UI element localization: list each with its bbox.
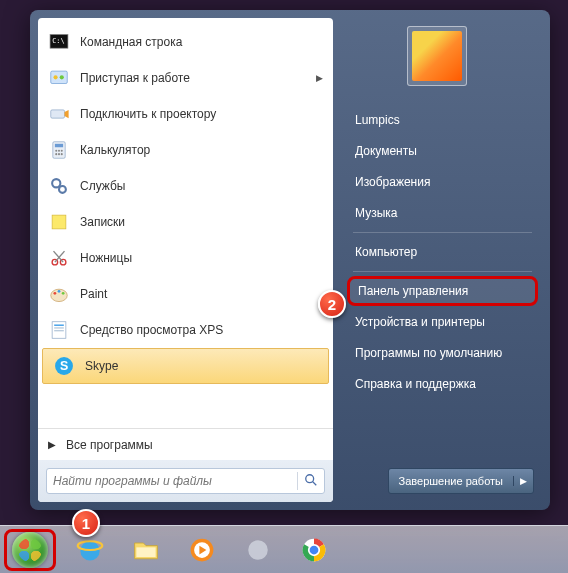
media-player-icon [188,536,216,564]
shutdown-options-arrow[interactable]: ▶ [513,476,533,486]
annotation-badge-2: 2 [318,290,346,318]
right-pane-item-label: Компьютер [355,245,417,259]
svg-point-24 [62,292,65,295]
taskbar-item-explorer[interactable] [120,531,172,569]
right-pane-item[interactable]: Компьютер [347,237,538,267]
right-pane-item[interactable]: Документы [347,136,538,166]
user-picture [412,31,462,81]
cmd-icon: C:\ [46,29,72,55]
app-item-label: Skype [85,359,118,373]
submenu-arrow-icon: ▶ [316,73,323,83]
calc-icon [46,137,72,163]
svg-text:S: S [60,359,68,373]
svg-point-14 [52,179,60,187]
svg-rect-2 [51,71,68,83]
svg-point-15 [59,186,66,193]
svg-point-4 [60,75,64,79]
right-pane-item-label: Панель управления [358,284,468,298]
search-input[interactable] [53,474,291,488]
right-pane-item-label: Устройства и принтеры [355,315,485,329]
menu-separator [353,271,532,272]
app-item-paint[interactable]: Paint [38,276,333,312]
svg-point-12 [58,153,60,155]
right-pane-item[interactable]: Справка и поддержка [347,369,538,399]
search-icon[interactable] [304,473,318,490]
svg-point-22 [54,292,57,295]
shutdown-button[interactable]: Завершение работы ▶ [388,468,534,494]
start-menu-right-pane: LumpicsДокументыИзображенияМузыкаКомпьют… [333,18,542,502]
svg-point-8 [55,150,57,152]
user-picture-frame[interactable] [407,26,467,86]
svg-point-38 [248,540,268,560]
app-item-snip[interactable]: Ножницы [38,240,333,276]
svg-point-9 [58,150,60,152]
taskbar-item-app[interactable] [232,531,284,569]
search-box[interactable] [46,468,325,494]
start-button[interactable] [12,532,48,568]
start-icon [46,65,72,91]
svg-rect-27 [54,327,64,328]
svg-rect-28 [54,330,64,331]
menu-separator [353,232,532,233]
right-pane-item[interactable]: Изображения [347,167,538,197]
app-item-label: Подключить к проектору [80,107,216,121]
notes-icon [46,209,72,235]
app-item-label: Приступая к работе [80,71,190,85]
svg-point-3 [54,75,58,79]
right-pane-item[interactable]: Музыка [347,198,538,228]
svg-rect-35 [136,547,155,557]
right-pane-item[interactable]: Программы по умолчанию [347,338,538,368]
svg-text:C:\: C:\ [52,37,64,45]
right-pane-item-label: Программы по умолчанию [355,346,502,360]
app-item-cmd[interactable]: C:\Командная строка [38,24,333,60]
app-item-label: Записки [80,215,125,229]
app-item-label: Paint [80,287,107,301]
taskbar-item-chrome[interactable] [288,531,340,569]
svg-line-20 [54,251,64,262]
all-programs-label: Все программы [66,438,153,452]
shutdown-row: Завершение работы ▶ [347,464,538,494]
search-row [38,460,333,502]
projector-icon [46,101,72,127]
app-item-calc[interactable]: Калькулятор [38,132,333,168]
taskbar-item-media-player[interactable] [176,531,228,569]
svg-point-10 [61,150,63,152]
right-pane-item-label: Lumpics [355,113,400,127]
arrow-right-icon: ▶ [48,439,56,450]
right-pane-item[interactable]: Lumpics [347,105,538,135]
app-item-xps[interactable]: Средство просмотра XPS [38,312,333,348]
right-pane-item[interactable]: Устройства и принтеры [347,307,538,337]
svg-point-23 [58,290,61,293]
right-pane-item-label: Документы [355,144,417,158]
all-programs-button[interactable]: ▶ Все программы [38,428,333,460]
shutdown-label: Завершение работы [389,475,513,487]
skype-icon: S [51,353,77,379]
start-menu-left-pane: C:\Командная строкаПриступая к работе▶По… [38,18,333,502]
svg-point-31 [306,474,314,482]
app-item-projector[interactable]: Подключить к проектору [38,96,333,132]
app-item-label: Ножницы [80,251,132,265]
app-item-label: Калькулятор [80,143,150,157]
services-icon [46,173,72,199]
right-pane-item[interactable]: Панель управления [347,276,538,306]
svg-point-13 [61,153,63,155]
svg-rect-5 [51,110,65,118]
xps-icon [46,317,72,343]
app-item-skype[interactable]: SSkype [42,348,329,384]
app-item-label: Командная строка [80,35,182,49]
app-item-services[interactable]: Службы [38,168,333,204]
ie-icon [76,536,104,564]
svg-rect-7 [55,144,63,147]
snip-icon [46,245,72,271]
app-item-notes[interactable]: Записки [38,204,333,240]
app-item-label: Средство просмотра XPS [80,323,223,337]
start-button-highlight [4,529,56,571]
chrome-icon [300,536,328,564]
start-menu: C:\Командная строкаПриступая к работе▶По… [30,10,550,510]
svg-rect-26 [54,325,64,326]
right-pane-item-label: Справка и поддержка [355,377,476,391]
svg-line-32 [313,481,317,485]
svg-point-11 [55,153,57,155]
separator [297,472,298,490]
app-item-start[interactable]: Приступая к работе▶ [38,60,333,96]
